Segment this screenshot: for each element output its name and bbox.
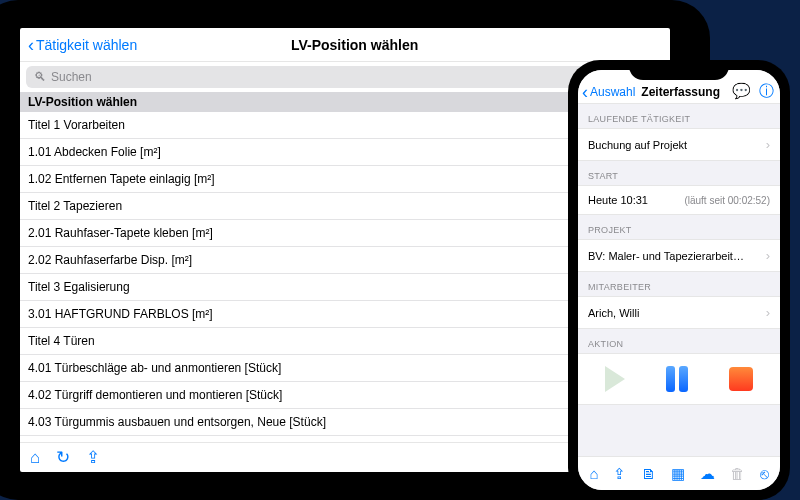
info-icon[interactable]: ⓘ — [759, 82, 774, 101]
chevron-left-icon: ‹ — [28, 36, 34, 54]
phone-device: ‹ Auswahl Zeiterfassung 💬 ⓘ LAUFENDE TÄT… — [568, 60, 790, 500]
action-buttons — [578, 353, 780, 405]
phone-content: LAUFENDE TÄTIGKEIT Buchung auf Projekt ›… — [578, 104, 780, 456]
chevron-right-icon: › — [766, 137, 770, 152]
document-icon[interactable]: 🗎 — [641, 465, 656, 482]
play-icon[interactable] — [605, 366, 625, 392]
cloud-icon[interactable]: ☁︎ — [700, 465, 715, 483]
section-label-project: PROJEKT — [578, 215, 780, 239]
section-label-activity: LAUFENDE TÄTIGKEIT — [578, 104, 780, 128]
project-value: BV: Maler- und Tapezierarbeiten Bürgerha… — [588, 250, 748, 262]
home-icon[interactable]: ⌂ — [30, 448, 40, 468]
phone-screen: ‹ Auswahl Zeiterfassung 💬 ⓘ LAUFENDE TÄT… — [578, 70, 780, 490]
chevron-right-icon: › — [766, 248, 770, 263]
trash-icon[interactable]: 🗑︎ — [730, 465, 745, 482]
chevron-right-icon: › — [766, 305, 770, 320]
section-label-start: START — [578, 161, 780, 185]
refresh-icon[interactable]: ↻ — [56, 447, 70, 468]
grid-icon[interactable]: ▦ — [671, 465, 685, 483]
phone-toolbar: ⌂ ⇪ 🗎 ▦ ☁︎ 🗑︎ ⎋ — [578, 456, 780, 490]
home-icon[interactable]: ⌂ — [589, 465, 598, 482]
section-label-employee: MITARBEITER — [578, 272, 780, 296]
activity-cell[interactable]: Buchung auf Projekt › — [578, 128, 780, 161]
start-cell[interactable]: Heute 10:31 (läuft seit 00:02:52) — [578, 185, 780, 215]
exit-icon[interactable]: ⎋ — [760, 465, 769, 482]
share-icon[interactable]: ⇪ — [86, 447, 100, 468]
employee-value: Arich, Willi — [588, 307, 639, 319]
section-label-action: AKTION — [578, 329, 780, 353]
elapsed-time: (läuft seit 00:02:52) — [684, 195, 770, 206]
share-icon[interactable]: ⇪ — [613, 465, 626, 483]
stop-icon[interactable] — [729, 367, 753, 391]
search-icon: 🔍︎ — [34, 70, 46, 84]
page-title: LV-Position wählen — [47, 37, 662, 53]
chevron-left-icon: ‹ — [582, 83, 588, 101]
activity-value: Buchung auf Projekt — [588, 139, 687, 151]
employee-cell[interactable]: Arich, Willi › — [578, 296, 780, 329]
nav-action-icons: 💬 ⓘ — [732, 82, 774, 101]
tablet-navbar: ‹ Tätigkeit wählen LV-Position wählen — [20, 28, 670, 62]
back-button[interactable]: ‹ Auswahl — [582, 83, 635, 101]
project-cell[interactable]: BV: Maler- und Tapezierarbeiten Bürgerha… — [578, 239, 780, 272]
search-placeholder: Suchen — [51, 70, 92, 84]
phone-notch — [629, 60, 729, 80]
pause-icon[interactable] — [666, 366, 688, 392]
page-title: Zeiterfassung — [629, 85, 732, 99]
chat-icon[interactable]: 💬 — [732, 82, 751, 101]
start-time: Heute 10:31 — [588, 194, 648, 206]
